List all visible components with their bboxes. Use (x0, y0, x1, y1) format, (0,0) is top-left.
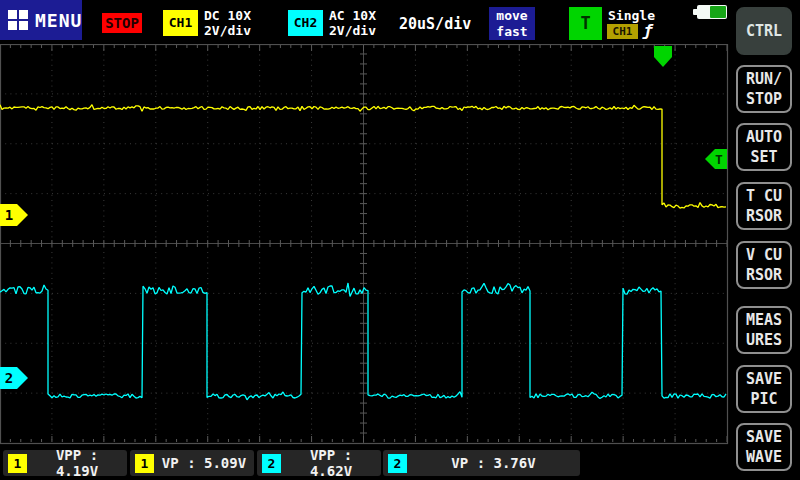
ch2-marker-label: 2 (5, 370, 13, 386)
measurement-pill: 2VP : 3.76V (383, 450, 580, 476)
trigger-level-label: T (715, 152, 723, 167)
timebase-readout: 20uS/div (399, 15, 471, 33)
trigger-position-marker[interactable] (654, 46, 672, 67)
ch2-badge[interactable]: CH2 (288, 10, 323, 36)
measurement-channel-badge: 2 (262, 454, 281, 473)
sidebar-button-v-cu-rsor[interactable]: V CU RSOR (736, 241, 792, 289)
sidebar-button-save-pic[interactable]: SAVE PIC (736, 365, 792, 413)
battery-nub (693, 9, 697, 15)
sidebar-button-run-stop[interactable]: RUN/ STOP (736, 65, 792, 113)
measurement-channel-badge: 1 (8, 454, 27, 473)
measurement-pill: 2VPP : 4.62V (257, 450, 381, 476)
sidebar-button-auto-set[interactable]: AUTO SET (736, 123, 792, 171)
menu-label: MENU (35, 10, 82, 31)
trigger-badge[interactable]: T (569, 7, 602, 40)
ch1-settings: DC 10X 2V/div (204, 8, 251, 38)
ch2-settings: AC 10X 2V/div (329, 8, 376, 38)
measurement-channel-badge: 2 (388, 454, 407, 473)
ch1-coupling: DC 10X (204, 8, 251, 23)
oscilloscope-screen: MENU STOP CH1 DC 10X 2V/div CH2 AC 10X 2… (0, 0, 800, 480)
trigger-edge-icon: ƒ (643, 21, 653, 40)
trigger-source-badge[interactable]: CH1 (607, 24, 638, 39)
ch1-scale: 2V/div (204, 23, 251, 38)
sidebar-button-ctrl[interactable]: CTRL (736, 7, 792, 55)
ch1-marker-label: 1 (5, 207, 13, 223)
sidebar-button-meas-ures[interactable]: MEAS URES (736, 306, 792, 354)
ch1-badge[interactable]: CH1 (163, 10, 198, 36)
measurement-value: VPP : 4.62V (281, 447, 381, 479)
menu-grid-icon (8, 10, 28, 30)
ch2-scale: 2V/div (329, 23, 376, 38)
sidebar-button-save-wave[interactable]: SAVE WAVE (736, 423, 792, 471)
menu-button[interactable]: MENU (0, 0, 82, 40)
acquisition-status-badge: STOP (102, 13, 142, 33)
measurement-pill: 1VPP : 4.19V (3, 450, 127, 476)
ch2-coupling: AC 10X (329, 8, 376, 23)
header-bar: MENU STOP CH1 DC 10X 2V/div CH2 AC 10X 2… (0, 0, 800, 44)
measurement-value: VP : 5.09V (154, 455, 254, 471)
measurement-value: VP : 3.76V (407, 455, 580, 471)
measurement-pill: 1VP : 5.09V (130, 450, 254, 476)
battery-fill (710, 6, 727, 18)
measurement-value: VPP : 4.19V (27, 447, 127, 479)
sidebar-button-t-cu-rsor[interactable]: T CU RSOR (736, 182, 792, 230)
move-fast-button[interactable]: move fast (489, 7, 535, 40)
battery-icon (697, 5, 727, 19)
scope-plot: 12T (0, 44, 729, 445)
measurement-channel-badge: 1 (135, 454, 154, 473)
